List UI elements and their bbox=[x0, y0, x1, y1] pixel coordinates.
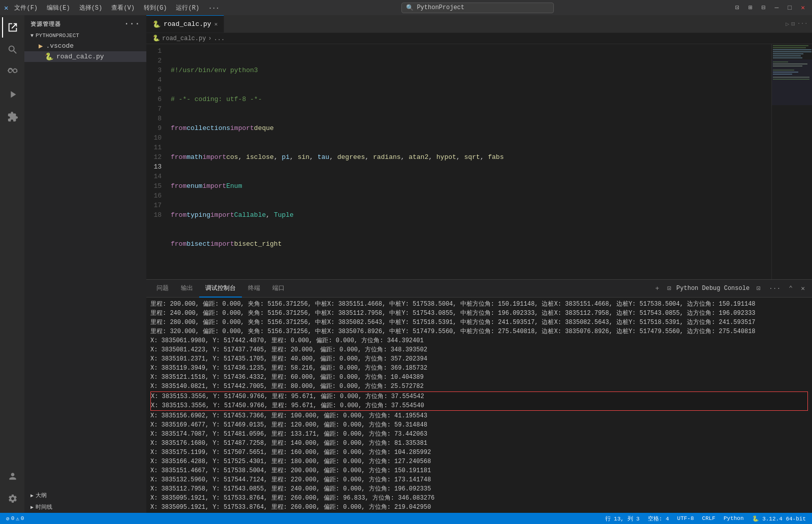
code-line-4: from math import cos, isclose, pi, sin, … bbox=[171, 152, 771, 162]
split-editor-icon[interactable]: ⊡ bbox=[791, 20, 795, 28]
middle-line-7: X: 3835151.4667, Y: 517538.5004, 里程: 200… bbox=[150, 466, 808, 475]
title-bar: ✕ 文件(F) 编辑(E) 选择(S) 查看(V) 转到(G) 运行(R) ..… bbox=[0, 0, 812, 15]
middle-line-2: X: 3835169.4677, Y: 517469.0135, 里程: 120… bbox=[150, 420, 808, 430]
code-content[interactable]: #!/usr/bin/env python3 # -*- coding: utf… bbox=[167, 44, 771, 279]
code-line-3: from collections import deque bbox=[171, 123, 771, 133]
breadcrumb-filename: road_calc.py bbox=[162, 35, 206, 42]
status-encoding[interactable]: UTF-8 bbox=[675, 515, 696, 521]
status-line-ending[interactable]: CRLF bbox=[700, 515, 717, 521]
panel-tabs: 问题 输出 调试控制台 终端 端口 + ⊡ Python Debug Conso… bbox=[146, 280, 812, 298]
middle-line-6: X: 3835166.4288, Y: 517525.4301, 里程: 180… bbox=[150, 457, 808, 466]
activity-extensions[interactable] bbox=[2, 107, 22, 127]
panel-tab-ports[interactable]: 端口 bbox=[266, 280, 291, 298]
svg-rect-3 bbox=[773, 49, 811, 50]
add-terminal-btn[interactable]: + bbox=[652, 283, 662, 294]
python-icon: 🐍 bbox=[752, 516, 759, 522]
activity-accounts[interactable] bbox=[2, 466, 22, 486]
activity-explorer[interactable] bbox=[2, 17, 22, 38]
split-icon[interactable]: ⊞ bbox=[745, 3, 756, 13]
ln14: 14 bbox=[146, 172, 162, 181]
menu-view[interactable]: 查看(V) bbox=[107, 3, 139, 13]
middle-line-10: X: 3835095.1921, Y: 517533.8764, 里程: 260… bbox=[150, 494, 808, 503]
hl1-line-1: X: 3835153.3556, Y: 517450.9766, 里程: 95.… bbox=[151, 392, 807, 401]
minimap-svg bbox=[772, 44, 812, 279]
middle-line-8: X: 3835132.5960, Y: 517544.7124, 里程: 220… bbox=[150, 475, 808, 484]
status-language[interactable]: Python bbox=[722, 515, 746, 521]
split-terminal-btn[interactable]: ⊡ bbox=[664, 283, 674, 294]
sidebar-timeline-section[interactable]: ▶ 时间线 bbox=[24, 501, 146, 513]
menu-edit[interactable]: 编辑(E) bbox=[43, 3, 74, 13]
status-errors[interactable]: ⊘ 0 ⚠ 0 bbox=[4, 515, 26, 522]
svg-rect-1 bbox=[773, 45, 808, 46]
grid-icon[interactable]: ⊟ bbox=[759, 3, 769, 13]
tab-close-btn[interactable]: ✕ bbox=[214, 21, 218, 27]
chevron-down-icon: ▼ bbox=[30, 33, 34, 39]
python-debug-console-label: Python Debug Console bbox=[676, 285, 749, 292]
menu-run[interactable]: 运行(R) bbox=[172, 3, 203, 13]
maximize-panel-btn[interactable]: ⌃ bbox=[786, 283, 796, 294]
sidebar-header: 资源管理器 ··· bbox=[24, 15, 146, 30]
search-icon: 🔍 bbox=[406, 4, 414, 12]
menu-select[interactable]: 选择(S) bbox=[75, 3, 107, 13]
menu-goto[interactable]: 转到(G) bbox=[140, 3, 171, 13]
ln7: 7 bbox=[146, 104, 162, 114]
warning-count: 0 bbox=[21, 515, 24, 521]
middle-line-9: X: 3835112.7958, Y: 517543.0855, 里程: 240… bbox=[150, 484, 808, 494]
svg-rect-16 bbox=[772, 59, 812, 105]
menu-more[interactable]: ... bbox=[204, 3, 224, 13]
layout-icon[interactable]: ⊡ bbox=[732, 3, 742, 13]
ln3: 3 bbox=[146, 66, 162, 75]
svg-rect-4 bbox=[773, 51, 811, 52]
more-panel-btn[interactable]: ··· bbox=[766, 283, 784, 294]
activity-settings[interactable] bbox=[2, 488, 22, 509]
ln6: 6 bbox=[146, 94, 162, 104]
code-line-5: from enum import Enum bbox=[171, 181, 771, 191]
sidebar-item-vscode-label: .vscode bbox=[46, 42, 74, 50]
chevron-right-timeline-icon: ▶ bbox=[30, 504, 34, 510]
svg-rect-5 bbox=[773, 53, 803, 54]
status-spaces[interactable]: 空格: 4 bbox=[646, 515, 671, 522]
panel-tab-problems[interactable]: 问题 bbox=[150, 280, 175, 298]
run-icon[interactable]: ▷ bbox=[786, 20, 789, 28]
ln11: 11 bbox=[146, 143, 162, 152]
editor-actions: ▷ ⊡ ··· bbox=[782, 15, 812, 32]
error-icon: ⊘ bbox=[6, 515, 10, 522]
clear-console-btn[interactable]: ⊡ bbox=[754, 283, 764, 294]
panel-content[interactable]: 里程: 200.000, 偏距: 0.000, 夹角: 5156.371256,… bbox=[146, 298, 812, 513]
breadcrumb-file: 🐍 bbox=[152, 35, 160, 42]
status-right: 行 13, 列 3 空格: 4 UTF-8 CRLF Python 🐍 3.12… bbox=[603, 515, 808, 522]
sidebar-item-road-calc[interactable]: 🐍 road_calc.py bbox=[24, 51, 146, 62]
status-line-col[interactable]: 行 13, 列 3 bbox=[603, 515, 642, 522]
sidebar-outline-section[interactable]: ▶ 大纲 bbox=[24, 489, 146, 501]
status-python-version[interactable]: 🐍 3.12.4 64-bit bbox=[750, 515, 808, 522]
activity-run-debug[interactable] bbox=[2, 84, 22, 105]
code-editor[interactable]: 1 2 3 4 5 6 7 8 9 10 11 12 13 14 15 16 1… bbox=[146, 44, 812, 279]
ln12: 12 bbox=[146, 152, 162, 162]
more-actions-icon[interactable]: ··· bbox=[797, 20, 808, 27]
minimize-btn[interactable]: ─ bbox=[772, 3, 782, 13]
activity-source-control[interactable] bbox=[2, 62, 22, 82]
maximize-btn[interactable]: □ bbox=[785, 3, 795, 13]
app-icon: ✕ bbox=[4, 4, 8, 12]
panel-tab-terminal[interactable]: 终端 bbox=[242, 280, 266, 298]
ln5: 5 bbox=[146, 85, 162, 94]
status-left: ⊘ 0 ⚠ 0 bbox=[4, 515, 26, 522]
middle-line-3: X: 3835174.7087, Y: 517481.0596, 里程: 133… bbox=[150, 430, 808, 439]
sidebar-more-btn[interactable]: ··· bbox=[124, 19, 140, 28]
tab-road-calc[interactable]: 🐍 road_calc.py ✕ bbox=[146, 15, 224, 32]
panel-tab-output[interactable]: 输出 bbox=[175, 280, 199, 298]
title-bar-center: 🔍 PythonProject bbox=[228, 3, 728, 13]
output-line-9: X: 3835121.1518, Y: 517436.4332, 里程: 60.… bbox=[150, 373, 808, 382]
sidebar-item-vscode[interactable]: ▶ .vscode bbox=[24, 41, 146, 51]
ln8: 8 bbox=[146, 114, 162, 123]
activity-search[interactable] bbox=[2, 40, 22, 60]
menu-file[interactable]: 文件(F) bbox=[10, 3, 42, 13]
output-line-6: X: 3835081.4223, Y: 517437.7405, 里程: 20.… bbox=[150, 345, 808, 354]
close-panel-btn[interactable]: ✕ bbox=[798, 283, 808, 294]
close-btn[interactable]: ✕ bbox=[798, 3, 808, 13]
middle-line-1: X: 3835156.6902, Y: 517453.7366, 里程: 100… bbox=[150, 411, 808, 420]
sidebar-project-section[interactable]: ▼ PYTHONPROJECT bbox=[24, 30, 146, 41]
panel-tab-debug-console[interactable]: 调试控制台 bbox=[199, 280, 242, 298]
search-bar[interactable]: 🔍 PythonProject bbox=[401, 3, 554, 13]
ln10: 10 bbox=[146, 133, 162, 143]
